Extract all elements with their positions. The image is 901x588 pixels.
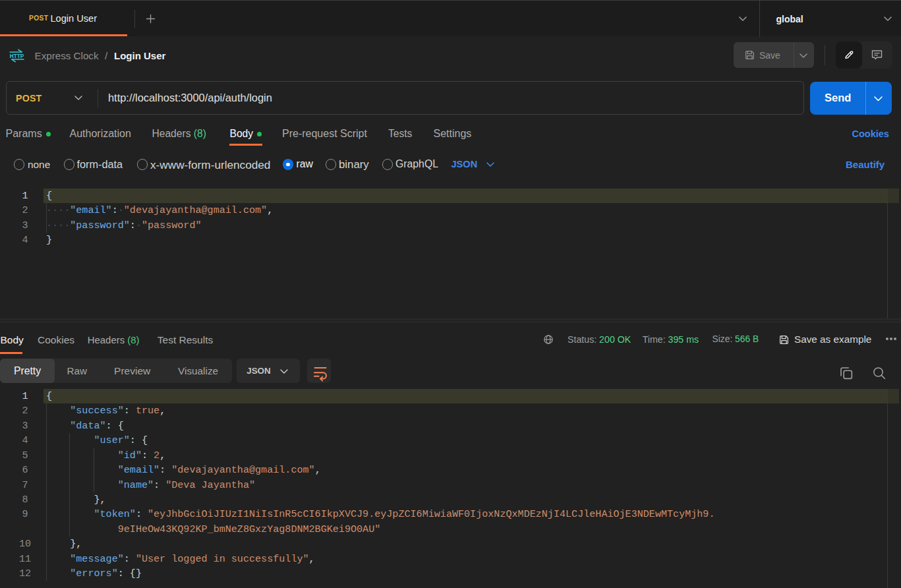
svg-text:HTTP: HTTP (10, 53, 24, 59)
